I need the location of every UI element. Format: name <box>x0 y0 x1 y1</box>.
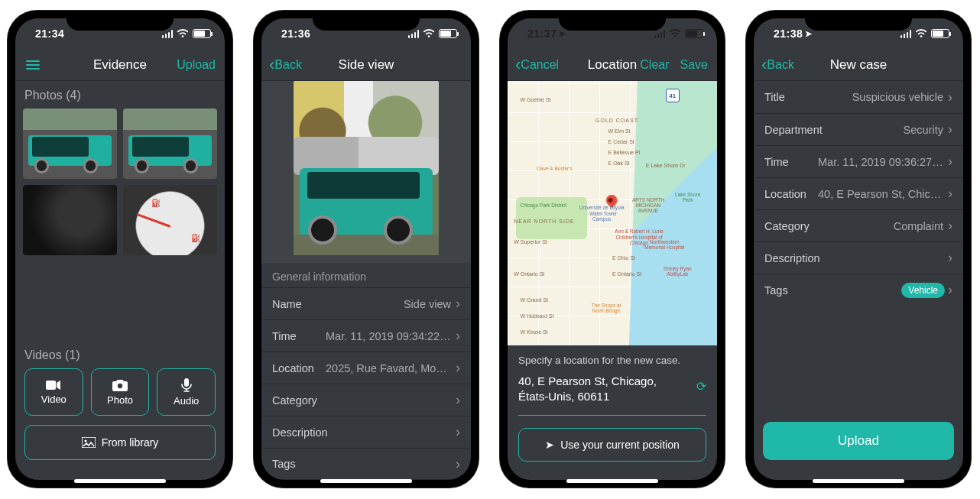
row-time[interactable]: Time Mar. 11, 2019 09:36:27 PM › <box>754 145 963 177</box>
row-value: Security <box>904 124 948 136</box>
row-location[interactable]: Location 2025, Rue Favard, Montréal, Can… <box>261 352 471 384</box>
row-value: Mar. 11, 2019 09:34:22 PM <box>326 330 456 342</box>
photo-preview[interactable] <box>294 81 439 255</box>
capture-audio-button[interactable]: Audio <box>157 368 216 416</box>
row-category[interactable]: Category Complaint › <box>754 209 963 241</box>
chevron-right-icon: › <box>456 424 460 440</box>
upload-label: Upload <box>838 433 879 449</box>
phone-newcase: 21:38 ➤ ‹ Back New case Title Suspicious… <box>746 11 971 488</box>
row-value: Suspicious vehicle <box>852 91 948 103</box>
row-tags[interactable]: Tags Vehicle › <box>754 274 963 306</box>
map-street-label: E Oak St <box>608 160 630 166</box>
photo-thumb[interactable] <box>23 185 117 255</box>
row-label: Tags <box>764 284 788 296</box>
map-view[interactable]: 41 GOLD COAST NEAR NORTH SIDE W Goethe S… <box>508 81 717 345</box>
video-icon <box>46 380 61 390</box>
capture-video-button[interactable]: Video <box>24 368 83 416</box>
map-street-label: E Lake Shore Dr <box>646 163 686 168</box>
notch <box>559 11 666 31</box>
photo-thumb[interactable] <box>123 109 217 179</box>
map-poi: Université de Loyola - Water Tower Campu… <box>579 205 625 221</box>
chevron-left-icon: ‹ <box>515 57 521 73</box>
row-value: Complaint <box>894 220 948 232</box>
capture-video-label: Video <box>41 394 67 405</box>
from-library-button[interactable]: From library <box>24 425 216 460</box>
chevron-right-icon: › <box>456 296 460 312</box>
location-arrow-icon: ➤ <box>559 29 566 39</box>
location-arrow-icon: ➤ <box>805 29 813 39</box>
signal-icon <box>162 30 174 38</box>
map-street-label: W Ontario St <box>514 271 544 277</box>
clear-button[interactable]: Clear <box>640 58 669 72</box>
page-title: Location <box>588 57 637 73</box>
row-value: Side view <box>404 298 456 310</box>
row-location[interactable]: Location 40, E Pearson St, Chicago, État… <box>754 177 963 209</box>
image-icon <box>82 437 96 448</box>
hwy-shield: 41 <box>666 89 680 102</box>
save-button[interactable]: Save <box>680 58 708 72</box>
wifi-icon <box>915 29 927 38</box>
map-poi: Dave & Buster's <box>537 166 572 171</box>
menu-button[interactable] <box>23 49 40 80</box>
battery-icon <box>439 29 457 38</box>
signal-icon <box>654 30 666 38</box>
wifi-icon <box>669 29 681 38</box>
cancel-button[interactable]: ‹ Cancel <box>515 49 559 80</box>
photo-thumb[interactable] <box>23 109 117 179</box>
refresh-icon[interactable]: ⟳ <box>696 378 706 395</box>
use-current-position-button[interactable]: ➤ Use your current position <box>518 428 706 462</box>
map-street-label: W Hubbard St <box>520 313 553 319</box>
cancel-label: Cancel <box>521 58 559 72</box>
battery-icon <box>685 29 703 38</box>
capture-audio-label: Audio <box>174 395 199 407</box>
home-indicator[interactable] <box>74 479 166 483</box>
row-description[interactable]: Description › <box>754 241 963 274</box>
map-poi: Northwestern Memorial Hospital <box>641 239 687 250</box>
photo-thumb[interactable]: ⛽⛽ <box>123 185 217 255</box>
row-department[interactable]: Department Security › <box>754 113 963 145</box>
back-button[interactable]: ‹ Back <box>269 49 302 80</box>
upload-button[interactable]: Upload <box>763 422 954 460</box>
map-street-label: W Elm St <box>608 128 631 134</box>
upload-link[interactable]: Upload <box>177 58 216 72</box>
home-indicator[interactable] <box>813 479 904 483</box>
back-label: Back <box>274 58 302 72</box>
nav-header: ‹ Cancel Location Clear Save <box>508 49 717 81</box>
map-street-label: E Cedar St <box>608 139 634 144</box>
home-indicator[interactable] <box>320 479 412 483</box>
row-time[interactable]: Time Mar. 11, 2019 09:34:22 PM › <box>261 319 471 352</box>
photos-section-label: Photos (4) <box>15 81 225 109</box>
back-button[interactable]: ‹ Back <box>761 49 794 80</box>
svg-point-4 <box>84 439 86 442</box>
photo-grid: ⛽⛽ <box>15 109 225 255</box>
from-library-label: From library <box>102 436 159 449</box>
map-district-label: NEAR NORTH SIDE <box>514 219 574 224</box>
home-indicator[interactable] <box>566 479 658 483</box>
row-label: Description <box>764 252 820 264</box>
photo-preview-wrap <box>261 81 471 263</box>
chevron-right-icon: › <box>948 218 952 234</box>
row-tags[interactable]: Tags › <box>261 448 471 480</box>
map-street-label: E Ontario St <box>612 271 641 277</box>
phone-location: 21:37 ➤ ‹ Cancel Location Clear Save <box>500 11 725 488</box>
use-current-position-label: Use your current position <box>560 439 680 451</box>
tag-pill: Vehicle <box>901 283 945 298</box>
svg-rect-2 <box>184 378 189 387</box>
row-label: Category <box>764 220 810 232</box>
wifi-icon <box>177 29 189 38</box>
address-value: 40, E Pearson St, Chicago, États-Unis, 6… <box>518 374 657 403</box>
wifi-icon <box>423 29 435 38</box>
chevron-left-icon: ‹ <box>269 57 274 73</box>
row-category[interactable]: Category › <box>261 384 471 416</box>
chevron-right-icon: › <box>456 328 460 344</box>
map-district-label: GOLD COAST <box>595 118 638 123</box>
row-name[interactable]: Name Side view › <box>261 287 471 319</box>
row-title[interactable]: Title Suspicious vehicle › <box>754 81 963 113</box>
map-street-label: W Kinzie St <box>520 329 547 335</box>
signal-icon <box>900 30 912 38</box>
row-description[interactable]: Description › <box>261 416 471 448</box>
address-input[interactable]: 40, E Pearson St, Chicago, États-Unis, 6… <box>518 374 706 405</box>
row-value: 40, E Pearson St, Chicago, États-Unis,..… <box>818 188 948 200</box>
svg-point-1 <box>118 383 122 387</box>
capture-photo-button[interactable]: Photo <box>91 368 150 416</box>
